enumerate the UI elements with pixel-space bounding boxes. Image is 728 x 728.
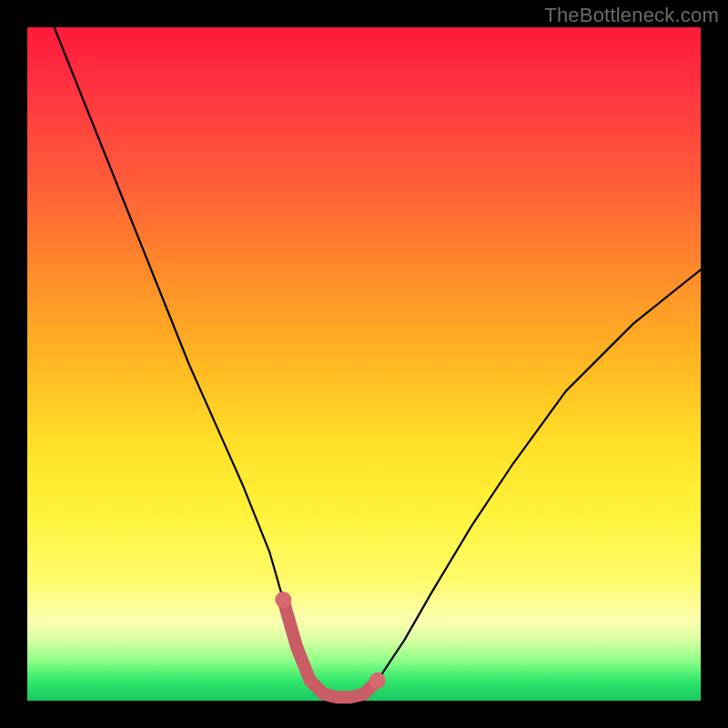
highlight-endpoint-dot: [369, 672, 386, 689]
watermark-text: TheBottleneck.com: [544, 4, 719, 27]
chart-frame: TheBottleneck.com: [0, 0, 728, 728]
highlight-band-path: [283, 600, 378, 697]
curve-layer: [27, 27, 701, 701]
highlight-endpoint-dot: [275, 592, 291, 608]
bottleneck-curve-path: [55, 27, 701, 697]
plot-area: [27, 27, 701, 701]
